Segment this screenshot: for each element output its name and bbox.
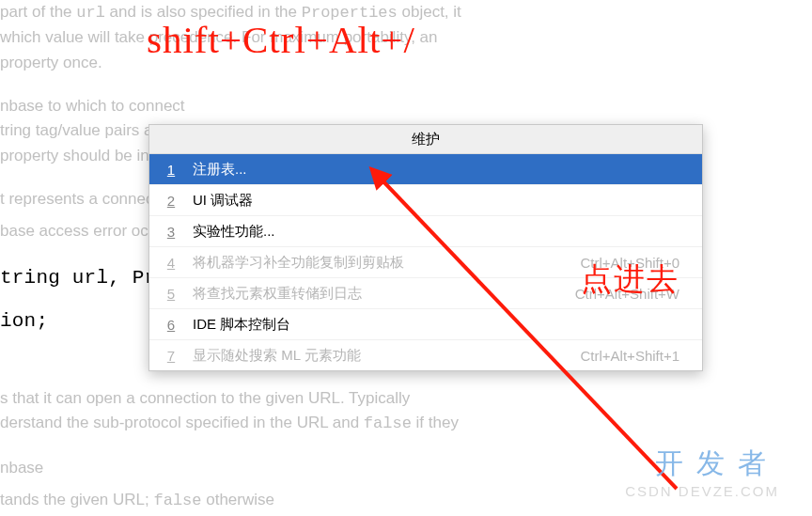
- menu-item-label: 实验性功能...: [193, 223, 679, 241]
- menu-item-label: 显示随处搜索 ML 元素功能: [193, 347, 581, 365]
- menu-item-number: 4: [149, 255, 193, 271]
- popup-title: 维护: [149, 125, 702, 154]
- menu-item-number: 7: [149, 348, 193, 364]
- menu-item-label: 注册表...: [193, 161, 679, 179]
- menu-item-7: 7显示随处搜索 ML 元素功能Ctrl+Alt+Shift+1: [149, 340, 702, 370]
- doc-text: part of the: [0, 3, 76, 21]
- doc-text: otherwise: [202, 491, 274, 508]
- menu-item-number: 5: [149, 286, 193, 302]
- menu-item-number: 3: [149, 224, 193, 240]
- menu-item-label: 将机器学习补全功能复制到剪贴板: [193, 254, 581, 272]
- menu-item-label: IDE 脚本控制台: [193, 316, 679, 334]
- doc-text: derstand the sub-protocol specified in t…: [0, 414, 364, 431]
- doc-text: if they: [412, 414, 459, 431]
- menu-item-label: 将查找元素权重转储到日志: [193, 285, 575, 303]
- doc-text: property once.: [0, 54, 102, 71]
- menu-item-label: UI 调试器: [193, 192, 679, 210]
- maintenance-popup: 维护 1注册表...2UI 调试器3实验性功能...4将机器学习补全功能复制到剪…: [148, 124, 703, 371]
- menu-item-3[interactable]: 3实验性功能...: [149, 216, 702, 247]
- shortcut-annotation: shift+Ctrl+Alt+/: [147, 17, 415, 62]
- doc-text: nbase to which to connect: [0, 97, 185, 115]
- menu-item-shortcut: Ctrl+Alt+Shift+1: [581, 348, 702, 364]
- menu-item-number: 6: [149, 317, 193, 333]
- doc-text: nbase: [0, 459, 43, 477]
- doc-code: false: [364, 414, 412, 432]
- watermark-dev: 开发者: [655, 445, 779, 483]
- code-signature: ion;: [0, 310, 48, 332]
- doc-code: url: [76, 4, 105, 22]
- doc-code: false: [153, 492, 201, 509]
- watermark-csdn: CSDN DEVZE.COM: [625, 483, 779, 499]
- doc-text: tands the given URL;: [0, 491, 153, 508]
- menu-item-6[interactable]: 6IDE 脚本控制台: [149, 309, 702, 340]
- menu-item-number: 2: [149, 193, 193, 209]
- menu-item-1[interactable]: 1注册表...: [149, 154, 702, 185]
- click-annotation: 点进去: [581, 258, 679, 301]
- menu-item-number: 1: [149, 162, 193, 178]
- menu-item-2[interactable]: 2UI 调试器: [149, 185, 702, 216]
- doc-text: s that it can open a connection to the g…: [0, 389, 410, 407]
